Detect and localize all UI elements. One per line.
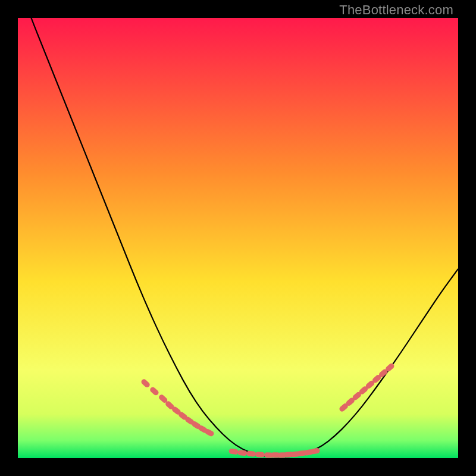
chart-frame — [18, 18, 458, 458]
bottleneck-chart-svg — [18, 18, 458, 458]
plot-area — [18, 18, 458, 458]
watermark-text: TheBottleneck.com — [339, 2, 453, 18]
gradient-background — [18, 18, 458, 458]
curve-marker — [255, 452, 265, 458]
